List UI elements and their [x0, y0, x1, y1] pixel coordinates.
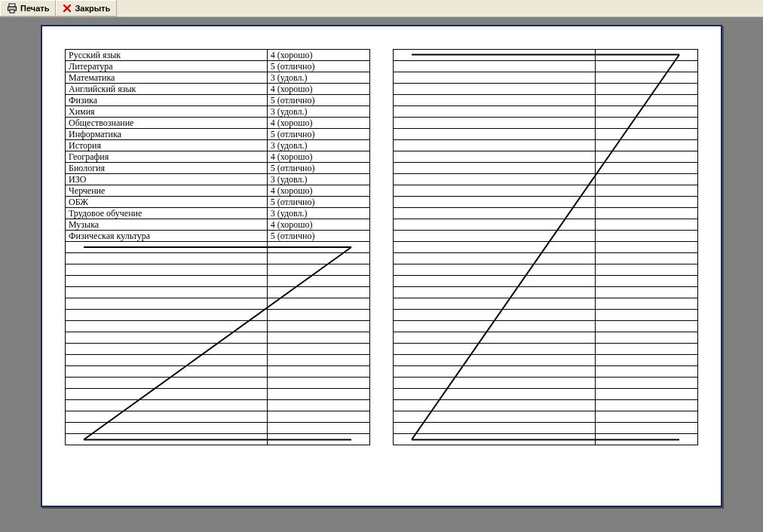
- grade-cell: 3 (удовл.): [267, 208, 369, 219]
- table-row: [66, 276, 370, 287]
- grade-cell: [267, 264, 369, 276]
- table-row: [394, 163, 698, 174]
- subject-cell: [394, 321, 596, 332]
- subject-cell: [66, 355, 268, 366]
- subject-cell: [66, 242, 268, 253]
- table-row: [394, 242, 698, 253]
- svg-rect-0: [9, 4, 15, 7]
- subject-cell: ИЗО: [66, 174, 268, 185]
- table-row: [66, 287, 370, 298]
- subject-cell: Английский язык: [66, 84, 268, 95]
- table-row: Английский язык4 (хорошо): [66, 84, 370, 95]
- subject-cell: [394, 106, 596, 118]
- subject-cell: [394, 242, 596, 253]
- table-row: Физика5 (отлично): [66, 95, 370, 106]
- subject-cell: Музыка: [66, 219, 268, 231]
- svg-rect-2: [10, 10, 14, 13]
- grade-cell: 4 (хорошо): [267, 219, 369, 231]
- subject-cell: Трудовое обучение: [66, 208, 268, 219]
- print-button[interactable]: Печать: [0, 0, 56, 17]
- table-row: [66, 423, 370, 434]
- grade-cell: [267, 321, 369, 332]
- table-row: [394, 264, 698, 276]
- grade-cell: [595, 389, 697, 400]
- table-row: [66, 253, 370, 264]
- grade-cell: 5 (отлично): [267, 231, 369, 242]
- table-row: [394, 253, 698, 264]
- table-row: [66, 344, 370, 355]
- grade-cell: [267, 332, 369, 344]
- subject-cell: [394, 434, 596, 445]
- grade-cell: [595, 298, 697, 310]
- toolbar: Печать Закрыть: [0, 0, 763, 17]
- subject-cell: [394, 50, 596, 61]
- svg-point-3: [14, 8, 15, 8]
- grade-cell: [595, 61, 697, 72]
- table-row: [394, 129, 698, 140]
- table-row: [66, 310, 370, 321]
- subject-cell: [394, 140, 596, 151]
- grade-cell: [595, 129, 697, 140]
- grade-cell: 4 (хорошо): [267, 50, 369, 61]
- subject-cell: [394, 185, 596, 197]
- subject-cell: [394, 264, 596, 276]
- grade-cell: [595, 434, 697, 445]
- print-label: Печать: [20, 4, 49, 13]
- subject-cell: [66, 344, 268, 355]
- grade-cell: [267, 253, 369, 264]
- grade-cell: [595, 118, 697, 129]
- table-row: [394, 208, 698, 219]
- subject-cell: Черчение: [66, 185, 268, 197]
- grade-cell: [267, 298, 369, 310]
- grade-cell: [595, 219, 697, 231]
- grade-cell: [595, 231, 697, 242]
- table-row: [394, 423, 698, 434]
- grade-cell: 5 (отлично): [267, 61, 369, 72]
- subject-cell: [394, 355, 596, 366]
- subject-cell: [394, 174, 596, 185]
- table-row: [394, 219, 698, 231]
- table-row: ИЗО3 (удовл.): [66, 174, 370, 185]
- close-button[interactable]: Закрыть: [56, 0, 117, 17]
- table-row: [394, 84, 698, 95]
- table-row: [66, 264, 370, 276]
- table-row: [394, 434, 698, 445]
- subject-cell: Литература: [66, 61, 268, 72]
- table-row: [394, 344, 698, 355]
- subject-cell: [66, 378, 268, 389]
- table-row: [394, 106, 698, 118]
- table-row: [66, 389, 370, 400]
- table-row: [394, 332, 698, 344]
- grade-cell: [267, 276, 369, 287]
- grade-cell: [267, 434, 369, 445]
- subject-cell: [66, 298, 268, 310]
- grade-cell: 4 (хорошо): [267, 84, 369, 95]
- subject-cell: [394, 344, 596, 355]
- table-row: [66, 434, 370, 445]
- subject-cell: Обществознание: [66, 118, 268, 129]
- table-row: [394, 185, 698, 197]
- grade-cell: [595, 208, 697, 219]
- table-row: Литература5 (отлично): [66, 61, 370, 72]
- grade-cell: 4 (хорошо): [267, 185, 369, 197]
- table-row: Черчение4 (хорошо): [66, 185, 370, 197]
- table-row: Математика3 (удовл.): [66, 72, 370, 84]
- grade-cell: [267, 344, 369, 355]
- subject-cell: [394, 84, 596, 95]
- grade-cell: [267, 355, 369, 366]
- subject-cell: История: [66, 140, 268, 151]
- subject-cell: [394, 253, 596, 264]
- table-row: [394, 287, 698, 298]
- subject-cell: [394, 400, 596, 411]
- grade-cell: [595, 344, 697, 355]
- grade-cell: [595, 264, 697, 276]
- grade-cell: [595, 378, 697, 389]
- subject-cell: [394, 219, 596, 231]
- table-row: [394, 231, 698, 242]
- grade-cell: [595, 332, 697, 344]
- subject-cell: [66, 332, 268, 344]
- grade-cell: [595, 400, 697, 411]
- subject-cell: [394, 151, 596, 163]
- subject-cell: [66, 321, 268, 332]
- subject-cell: [394, 208, 596, 219]
